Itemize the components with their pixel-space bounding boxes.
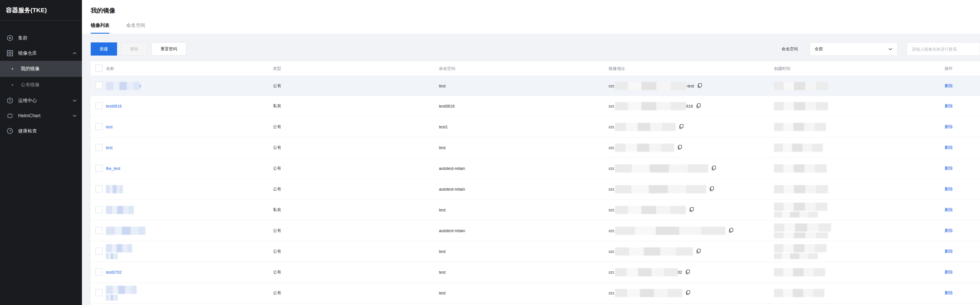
create-button[interactable]: 新建 [91,42,117,56]
sidebar-item-public-images[interactable]: 公有镜像 [0,77,82,93]
redacted-text [774,123,826,131]
col-address: 镜像地址 [609,66,774,71]
image-name-link[interactable]: t [140,84,141,88]
address-prefix: ccr. [609,249,615,254]
select-all-checkbox[interactable] [95,65,102,71]
col-namespace: 命名空间 [439,66,609,71]
search-input[interactable] [907,42,980,56]
delete-row-link[interactable]: 删除 [945,166,953,170]
delete-row-link[interactable]: 删除 [945,228,953,233]
sidebar-item-helmchart[interactable]: HelmChart [0,108,82,123]
table-row: test 公有 test ccr. 删除 [91,137,980,158]
copy-icon[interactable] [696,103,701,109]
delete-row-link[interactable]: 删除 [945,124,953,129]
reset-password-button[interactable]: 重置密码 [151,42,186,56]
sidebar-item-ops-center[interactable]: 运维中心 [0,93,82,108]
sidebar-item-health-check[interactable]: 健康检查 [0,123,82,138]
redacted-name [106,185,123,193]
sidebar-item-label: 运维中心 [18,98,37,104]
image-name-link[interactable]: tke_test [106,166,120,171]
row-checkbox[interactable] [95,289,102,296]
table-header: 名称 类型 命名空间 镜像地址 创建时间 操作 [91,61,980,76]
table-row: tke_test 公有 autotest-retain ccr. 删除 [91,158,980,179]
copy-icon[interactable] [729,228,733,234]
col-type: 类型 [273,66,439,71]
page-header: 我的镜像 镜像列表 命名空间 [82,0,980,33]
ops-center-icon [6,97,13,104]
redacted-name [106,286,137,300]
redacted-created-time [774,82,828,90]
delete-row-link[interactable]: 删除 [945,103,953,108]
app-title: 容器服务(TKE) [0,0,82,21]
row-checkbox[interactable] [95,186,102,192]
namespace-cell: test [439,145,609,150]
copy-icon[interactable] [685,290,690,296]
redacted-text [774,102,828,110]
delete-row-link[interactable]: 删除 [945,270,953,274]
delete-row-link[interactable]: 删除 [945,291,953,295]
row-checkbox[interactable] [95,144,102,151]
delete-row-link[interactable]: 删除 [945,249,953,254]
redacted-name [106,227,145,235]
row-checkbox[interactable] [95,206,102,213]
delete-row-link[interactable]: 删除 [945,83,953,88]
delete-row-link[interactable]: 删除 [945,207,953,212]
redacted-text [615,248,693,256]
row-checkbox[interactable] [95,227,102,234]
delete-button[interactable]: 删除 [121,42,148,56]
created-time-cell [774,144,945,152]
copy-icon[interactable] [711,165,716,172]
copy-icon[interactable] [709,186,714,192]
image-name-link[interactable]: test [106,125,113,129]
row-checkbox[interactable] [95,123,102,130]
copy-icon[interactable] [677,145,682,151]
redacted-name [106,244,132,259]
sidebar-item-label: HelmChart [18,113,40,118]
address-prefix: ccr. [609,187,615,192]
row-checkbox[interactable] [95,248,102,255]
namespace-select[interactable]: 全部 [810,42,897,56]
table-row: 公有 autotest-retain ccr. 删除 [91,179,980,200]
redacted-text [774,144,823,152]
row-checkbox[interactable] [95,82,102,89]
col-action: 操作 [945,66,980,71]
image-name-link[interactable]: test [106,145,113,150]
delete-row-link[interactable]: 删除 [945,145,953,150]
image-name-link[interactable]: test0702 [106,270,122,275]
tab-namespace[interactable]: 命名空间 [126,22,145,33]
redacted-created-time [774,185,828,193]
address-prefix: ccr. [609,166,615,171]
sidebar-item-registry[interactable]: 镜像仓库 [0,46,82,61]
table-row: test0816 私有 test0816 ccr.816 删除 [91,96,980,117]
row-checkbox[interactable] [95,268,102,275]
sidebar-item-my-images[interactable]: 我的镜像 [0,61,82,77]
copy-icon[interactable] [696,249,701,254]
redacted-text [774,223,831,232]
redacted-text [774,289,824,297]
namespace-cell: test0816 [439,104,609,108]
copy-icon[interactable] [689,207,694,213]
image-name-link[interactable]: test0816 [106,104,122,108]
image-table: 名称 类型 命名空间 镜像地址 创建时间 操作 t 公有 test ccr.-t… [91,61,980,305]
redacted-text [774,268,825,276]
redacted-text [615,102,686,110]
address-prefix: ccr. [609,270,615,275]
redacted-text [106,295,118,300]
copy-icon[interactable] [697,83,702,89]
sidebar-menu: 集群 镜像仓库 我的镜像 公有镜像 运维中心 [0,21,82,138]
copy-icon[interactable] [679,124,684,130]
sidebar-item-cluster[interactable]: 集群 [0,30,82,46]
page-title: 我的镜像 [91,0,980,14]
row-checkbox[interactable] [95,102,102,110]
table-row: 公有 autotest-retain ccr. 删除 [91,221,980,241]
row-checkbox[interactable] [95,165,102,172]
toolbar: 新建 删除 重置密码 命名空间 全部 [91,42,980,56]
address-prefix: ccr. [609,291,615,295]
tab-image-list[interactable]: 镜像列表 [91,22,110,33]
type-cell: 公有 [273,145,439,150]
copy-icon[interactable] [685,269,690,275]
namespace-cell: autotest-retain [439,187,609,192]
redacted-text [774,253,818,259]
created-time-cell [774,289,945,297]
delete-row-link[interactable]: 删除 [945,187,953,191]
